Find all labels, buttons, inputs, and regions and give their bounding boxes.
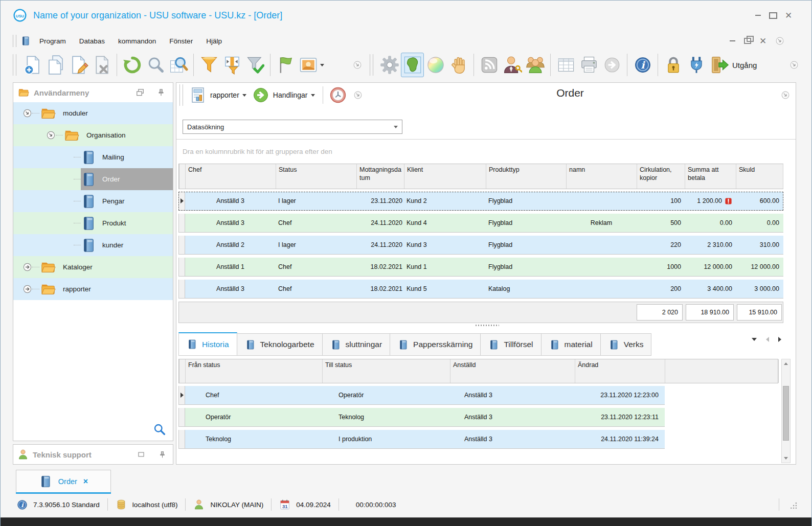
search-in-grid-button[interactable]: [167, 53, 190, 77]
tab-scroll-right-icon[interactable]: [778, 337, 781, 342]
tab-material[interactable]: material: [542, 333, 601, 356]
group-by-dropzone[interactable]: Dra en kolumnrubrik hit för att gruppera…: [176, 139, 796, 163]
tree-item-kunder[interactable]: kunder: [13, 234, 173, 256]
users-button[interactable]: [524, 53, 547, 77]
scrollbar-down-button[interactable]: [782, 454, 790, 463]
tree-item-moduler[interactable]: moduler: [13, 102, 173, 124]
order-row[interactable]: Anställd 3 I lager 23.11.2020 Kund 2 Fly…: [178, 192, 783, 211]
actions-dropdown[interactable]: Handlingar: [249, 87, 319, 103]
support-panel[interactable]: Teknisk support: [13, 444, 173, 465]
expander-closed-icon[interactable]: [22, 284, 32, 294]
user-access-button[interactable]: [501, 53, 524, 77]
tree-item-mailing[interactable]: Mailing: [13, 146, 173, 168]
column-header-anstalld[interactable]: Anställd: [450, 359, 575, 383]
tree-item-organisation[interactable]: Organisation: [13, 124, 173, 146]
resize-grip-icon[interactable]: [787, 499, 798, 510]
panel-right-chevron-icon[interactable]: [780, 90, 791, 100]
expander-closed-icon[interactable]: [22, 262, 32, 272]
new-record-button[interactable]: [21, 53, 44, 77]
color-scheme-button[interactable]: [424, 53, 447, 77]
edit-record-button[interactable]: [67, 53, 90, 77]
expander-open-icon[interactable]: [46, 130, 56, 140]
column-header-status[interactable]: Status: [276, 164, 357, 189]
mdi-restore-button[interactable]: [740, 35, 755, 47]
support-box-icon[interactable]: [137, 450, 146, 459]
window-maximize-button[interactable]: [765, 10, 781, 21]
order-row[interactable]: Anställd 3 Chef 18.02.2021 Kund 5 Katalo…: [178, 280, 783, 299]
feed-button[interactable]: [478, 53, 501, 77]
expander-open-icon[interactable]: [22, 108, 32, 118]
order-row[interactable]: Anställd 1 Chef 18.02.2021 Kund 1 Flygbl…: [178, 258, 783, 277]
filter-by-column-button[interactable]: [220, 53, 243, 77]
settings-button[interactable]: [378, 53, 401, 77]
history-row[interactable]: Teknolog I produktion Anställd 3 24.11.2…: [178, 430, 665, 449]
tab-pappersskarning[interactable]: Pappersskärning: [390, 333, 481, 356]
menu-hjalp[interactable]: Hjälp: [199, 34, 229, 48]
window-close-button[interactable]: ✕: [781, 10, 796, 21]
connection-button[interactable]: [685, 53, 708, 77]
column-header-produkttyp[interactable]: Produkttyp: [486, 164, 567, 189]
tab-tillforsel[interactable]: Tillförsel: [481, 333, 541, 356]
copy-record-button[interactable]: [44, 53, 67, 77]
go-next-button[interactable]: [600, 53, 623, 77]
menu-program[interactable]: Program: [33, 34, 73, 48]
history-scrollbar[interactable]: [781, 359, 791, 463]
table-view-button[interactable]: [554, 53, 577, 77]
tree-item-kataloger[interactable]: Kataloger: [13, 256, 173, 278]
document-tab-order[interactable]: Order ×: [16, 470, 111, 492]
sidebar-pin-icon[interactable]: [156, 88, 166, 97]
order-row[interactable]: Anställd 2 I lager 24.11.2020 Kund 3 Fly…: [178, 236, 783, 255]
column-header-chef[interactable]: Chef: [186, 164, 276, 189]
reports-dropdown[interactable]: rapporter: [188, 86, 249, 104]
sidebar-float-icon[interactable]: [135, 87, 145, 98]
history-row[interactable]: Operatör Teknolog Anställd 3 23.11.2020 …: [178, 408, 665, 427]
exit-button[interactable]: Utgång: [708, 53, 759, 77]
tab-scroll-left-icon[interactable]: [766, 337, 769, 342]
scrollbar-thumb[interactable]: [783, 386, 789, 441]
tab-sluttningar[interactable]: sluttningar: [323, 333, 391, 356]
window-minimize-button[interactable]: [750, 10, 765, 21]
support-pin-icon[interactable]: [158, 450, 167, 459]
tab-list-dropdown-icon[interactable]: [752, 338, 757, 341]
menu-databas[interactable]: Databas: [73, 34, 111, 48]
column-header-skuld[interactable]: Skuld: [736, 164, 783, 189]
flag-button[interactable]: [274, 53, 297, 77]
column-header-till-status[interactable]: Till status: [323, 359, 450, 383]
lock-button[interactable]: [662, 53, 685, 77]
delete-record-button[interactable]: [90, 53, 113, 77]
filter-apply-button[interactable]: [243, 53, 266, 77]
data-search-combobox[interactable]: Datasökning: [183, 120, 402, 134]
menu-kommandon[interactable]: kommandon: [111, 34, 163, 48]
search-button[interactable]: [144, 53, 167, 77]
column-header-namn[interactable]: namn: [567, 164, 637, 189]
column-header-mottagningsdatum[interactable]: Mottagningsdatum: [357, 164, 404, 189]
tree-item-rapporter[interactable]: rapporter: [13, 278, 173, 300]
tab-teknologarbete[interactable]: Teknologarbete: [237, 333, 323, 356]
column-header-andrad[interactable]: Ändrad: [575, 359, 665, 383]
print-button[interactable]: [577, 53, 600, 77]
column-header-klient[interactable]: Klient: [404, 164, 486, 189]
menubar-drag-handle[interactable]: [13, 35, 16, 47]
column-header-fran-status[interactable]: Från status: [186, 359, 323, 383]
info-button[interactable]: [631, 53, 654, 77]
history-row[interactable]: Chef Operatör Anställd 3 23.11.2020 12:2…: [178, 386, 665, 405]
toolbar-overflow-chevron-icon[interactable]: [352, 60, 363, 70]
image-button[interactable]: [297, 53, 326, 77]
toolbar-drag-handle[interactable]: [13, 54, 16, 76]
tree-item-order[interactable]: Order: [13, 168, 173, 190]
panel-toolbar-drag-handle[interactable]: [179, 84, 183, 106]
document-tab-close-icon[interactable]: ×: [83, 477, 88, 486]
mdi-close-button[interactable]: ✕: [755, 35, 771, 47]
tree-item-produkt[interactable]: Produkt: [13, 212, 173, 234]
column-header-cirkulation[interactable]: Cirkulation, kopior: [637, 164, 685, 189]
splitter-handle[interactable]: [476, 325, 499, 326]
tree-search-icon[interactable]: [153, 423, 166, 436]
hand-button[interactable]: [447, 53, 470, 77]
window-menu-icon[interactable]: [20, 36, 31, 46]
map-button[interactable]: [401, 53, 424, 77]
refresh-button[interactable]: [121, 53, 144, 77]
timer-button[interactable]: [327, 85, 350, 105]
filter-button[interactable]: [197, 53, 220, 77]
mdi-minimize-button[interactable]: [725, 35, 740, 47]
menu-fonster[interactable]: Fönster: [163, 34, 199, 48]
